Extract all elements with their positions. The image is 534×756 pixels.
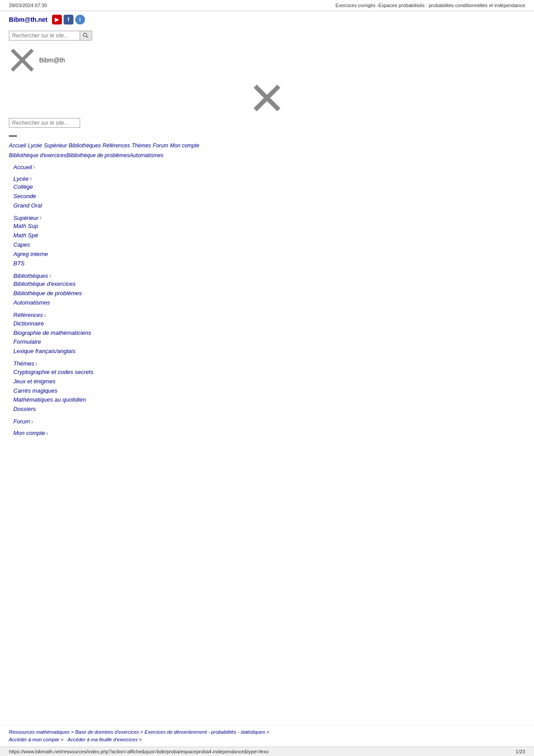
top-bar: 29/03/2024 07:30 Exercices corrigés -Esp… xyxy=(0,0,534,11)
menu-item-formulaire[interactable]: Formulaire xyxy=(13,337,521,347)
nav-forum[interactable]: Forum xyxy=(153,142,168,149)
menu-section-lycee: Lycée › Collège Seconde Grand Oral xyxy=(13,175,521,210)
menu-header-forum[interactable]: Forum › xyxy=(13,418,521,426)
footer: Ressources mathématiques > Base de donné… xyxy=(0,725,534,756)
page-title: Exercices corrigés -Espaces probabilisés… xyxy=(336,3,525,8)
search-row xyxy=(9,31,92,41)
menu-section-bibliotheques: Bibliothèques › Bibliothèque d'exercices… xyxy=(13,272,521,307)
menu-item-carres[interactable]: Carrés magiques xyxy=(13,386,521,396)
menu-item-seconde[interactable]: Seconde xyxy=(13,192,521,201)
breadcrumb-line1: Ressources mathématiques > Base de donné… xyxy=(9,728,525,736)
nav-accueil[interactable]: Accueil xyxy=(9,142,26,149)
site-name[interactable]: Bibm@th.net xyxy=(9,16,48,23)
dropdown-menu: Accueil › Lycée › Collège Seconde Grand … xyxy=(13,163,521,440)
menu-bibliotheques-label: Bibliothèques xyxy=(13,272,48,279)
menu-item-bib-problemes[interactable]: Bibliothèque de problèmes xyxy=(13,289,521,298)
menu-item-math-spe[interactable]: Math Spé xyxy=(13,231,521,240)
chevron-mon-compte: › xyxy=(46,429,49,437)
menu-item-lexique[interactable]: Lexique français/anglais xyxy=(13,347,521,356)
nav-lycee[interactable]: Lycée xyxy=(28,142,42,149)
menu-header-lycee[interactable]: Lycée › xyxy=(13,175,521,183)
header: Bibm@th.net ▶ f i xyxy=(0,11,534,28)
menu-item-grand-oral[interactable]: Grand Oral xyxy=(13,201,521,211)
info-icon[interactable]: i xyxy=(75,15,85,24)
minus-icon[interactable] xyxy=(9,135,17,137)
menu-item-biographie[interactable]: Biographie de mathématiciens xyxy=(13,329,521,338)
sub-nav: Bibliothèque d'exercices Bibliothèque de… xyxy=(9,152,525,159)
menu-header-accueil[interactable]: Accueil › xyxy=(13,163,521,171)
second-search-input[interactable] xyxy=(9,118,80,128)
menu-item-bts[interactable]: BTS xyxy=(13,259,521,268)
chevron-lycee: › xyxy=(29,175,32,183)
chevron-superieur: › xyxy=(39,214,41,222)
chevron-references: › xyxy=(44,311,46,319)
breadcrumb-line2: Accéder à mon compte > Accéder à ma feui… xyxy=(9,736,525,744)
chevron-forum: › xyxy=(31,418,33,426)
menu-section-forum: Forum › xyxy=(13,418,521,426)
menu-header-superieur[interactable]: Supérieur › xyxy=(13,214,521,222)
menu-section-references: Références › Dictionnaire Biographie de … xyxy=(13,311,521,356)
search-icon xyxy=(83,33,89,39)
chevron-accueil: › xyxy=(33,163,35,171)
menu-header-bibliotheques[interactable]: Bibliothèques › xyxy=(13,272,521,280)
search-area xyxy=(0,28,534,42)
chevron-bibliotheques: › xyxy=(49,272,51,280)
svg-point-0 xyxy=(83,33,87,37)
sub-nav-automatismes[interactable]: Automatismes xyxy=(129,152,163,159)
page-number: 1/23 xyxy=(516,749,525,754)
menu-superieur-label: Supérieur xyxy=(13,215,38,221)
search-button[interactable] xyxy=(80,31,92,41)
menu-item-agreg-interne[interactable]: Agreg interne xyxy=(13,250,521,259)
facebook-icon[interactable]: f xyxy=(64,15,73,24)
breadcrumb-link-exercices[interactable]: Exercices de dénombrement - probabilités… xyxy=(145,729,265,735)
menu-lycee-label: Lycée xyxy=(13,175,28,182)
menu-themes-label: Thèmes xyxy=(13,360,34,367)
menu-item-jeux[interactable]: Jeux et énigmes xyxy=(13,377,521,386)
nav-superieur[interactable]: Supérieur xyxy=(44,142,67,149)
menu-item-math-sup[interactable]: Math Sup xyxy=(13,222,521,231)
sub-nav-problems[interactable]: Bibliothèque de problèmes xyxy=(66,152,129,159)
svg-line-1 xyxy=(86,36,88,38)
menu-section-mon-compte: Mon compte › xyxy=(13,429,521,437)
top-nav: Accueil Lycée Supérieur Bibliothèques Ré… xyxy=(9,142,525,149)
breadcrumb: Ressources mathématiques > Base de donné… xyxy=(0,725,534,747)
sub-nav-exercises[interactable]: Bibliothèque d'exercices xyxy=(9,152,66,159)
menu-item-capes[interactable]: Capes xyxy=(13,240,521,250)
menu-item-bib-exercices[interactable]: Bibliothèque d'exercices xyxy=(13,280,521,289)
nav-references[interactable]: Références xyxy=(103,142,130,149)
close-icon[interactable] xyxy=(9,47,36,73)
social-icons: ▶ f i xyxy=(52,15,85,24)
menu-section-themes: Thèmes › Cryptographie et codes secrets … xyxy=(13,360,521,414)
close-icon-large[interactable] xyxy=(251,82,283,114)
chevron-themes: › xyxy=(35,360,37,368)
menu-header-themes[interactable]: Thèmes › xyxy=(13,360,521,368)
menu-references-label: Références xyxy=(13,312,43,318)
second-search-area xyxy=(9,118,525,128)
menu-header-references[interactable]: Références › xyxy=(13,311,521,319)
menu-item-dossiers[interactable]: Dossiers xyxy=(13,405,521,414)
menu-header-mon-compte[interactable]: Mon compte › xyxy=(13,429,521,437)
collapse-icon-area xyxy=(9,132,525,139)
nav-bibliotheques[interactable]: Bibliothèques xyxy=(69,142,101,149)
menu-section-accueil: Accueil › xyxy=(13,163,521,171)
close-menu-area: Bibm@th xyxy=(9,47,525,73)
menu-item-automatismes[interactable]: Automatismes xyxy=(13,298,521,308)
nav-themes[interactable]: Thèmes xyxy=(132,142,151,149)
nav-mon-compte[interactable]: Mon compte xyxy=(170,142,199,149)
breadcrumb-link-bde[interactable]: Base de données d'exercices xyxy=(75,729,139,735)
menu-item-college[interactable]: Collège xyxy=(13,183,521,192)
menu-accueil-label: Accueil xyxy=(13,164,32,171)
menu-item-cryptographie[interactable]: Cryptographie et codes secrets xyxy=(13,368,521,377)
url-bar: https://www.bibmath.net/ressources/index… xyxy=(0,747,534,756)
url-text: https://www.bibmath.net/ressources/index… xyxy=(9,749,269,754)
search-input[interactable] xyxy=(9,31,80,41)
youtube-icon[interactable]: ▶ xyxy=(52,15,62,24)
menu-section-superieur: Supérieur › Math Sup Math Spé Capes Agre… xyxy=(13,214,521,268)
menu-item-maths-quotidien[interactable]: Mathématiques au quotidien xyxy=(13,395,521,405)
breadcrumb-link-feuille[interactable]: Accéder à ma feuille d'exercices xyxy=(68,737,138,742)
breadcrumb-link-ressources[interactable]: Ressources mathématiques xyxy=(9,729,69,735)
datetime: 29/03/2024 07:30 xyxy=(9,3,47,8)
breadcrumb-link-mon-compte[interactable]: Accéder à mon compte xyxy=(9,737,59,742)
menu-item-dictionnaire[interactable]: Dictionnaire xyxy=(13,319,521,329)
menu-mon-compte-label: Mon compte xyxy=(13,430,45,436)
